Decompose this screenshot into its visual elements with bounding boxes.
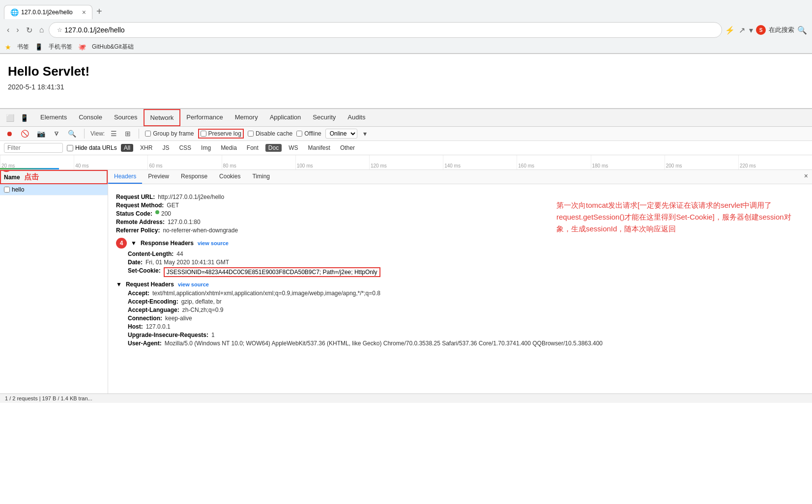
detail-tab-timing[interactable]: Timing: [246, 170, 276, 184]
active-tab[interactable]: 🌐 127.0.0.1/j2ee/hello ×: [4, 5, 92, 19]
tab-security[interactable]: Security: [307, 109, 342, 126]
record-button[interactable]: ⏺: [4, 129, 15, 139]
throttle-select[interactable]: Online: [325, 129, 357, 139]
offline-checkbox[interactable]: [296, 131, 302, 137]
detail-tab-cookies[interactable]: Cookies: [213, 170, 246, 184]
filter-xhr-button[interactable]: XHR: [137, 144, 155, 152]
filter-img-button[interactable]: Img: [198, 144, 214, 152]
hello-checkbox[interactable]: [4, 187, 10, 193]
annotation-3: 3: [1, 170, 12, 172]
filter-manifest-button[interactable]: Manifest: [305, 144, 333, 152]
filter-input[interactable]: [4, 143, 63, 153]
tick-120ms: 120 ms: [369, 155, 443, 169]
tab-title: 127.0.0.1/j2ee/hello: [21, 9, 79, 16]
view-label: View:: [90, 130, 105, 137]
share-icon[interactable]: ↗: [739, 26, 745, 35]
lightning-icon[interactable]: ⚡: [725, 26, 735, 35]
devtools-tabs: Elements Console Sources Network Perform…: [34, 109, 371, 126]
bookmarks-bar: ★ 书签 📱 手机书签 🐙 GitHub&Git基础: [0, 41, 812, 54]
search-placeholder: 在此搜索: [769, 26, 794, 34]
date-header-row: Date: Fri, 01 May 2020 10:41:31 GMT: [128, 259, 804, 266]
tab-bar: 🌐 127.0.0.1/j2ee/hello × +: [0, 0, 812, 19]
tick-80ms: 80 ms: [222, 155, 295, 169]
set-cookie-id: JSESSIONID=4823A44DC0C9E851E9003F8CDA50B…: [167, 269, 321, 276]
view-waterfall-button[interactable]: ⊞: [123, 129, 133, 139]
home-button[interactable]: ⌂: [37, 24, 46, 36]
filter-ws-button[interactable]: WS: [286, 144, 301, 152]
throttle-dropdown[interactable]: ▾: [361, 129, 369, 139]
inspect-element-button[interactable]: ⬜: [4, 113, 16, 123]
remote-address-value: 127.0.0.1:80: [168, 219, 201, 225]
filter-button[interactable]: ⛛: [51, 129, 62, 139]
search-area[interactable]: S 在此搜索: [756, 25, 794, 35]
preserve-log-checkbox[interactable]: [201, 131, 206, 137]
response-headers-label: Response Headers: [141, 240, 194, 247]
filter-js-button[interactable]: JS: [159, 144, 172, 152]
tab-performance[interactable]: Performance: [180, 109, 229, 126]
response-headers-toggle[interactable]: ▼: [131, 240, 137, 247]
request-headers-toggle[interactable]: ▼: [116, 281, 122, 288]
filter-doc-button[interactable]: Doc: [265, 144, 282, 152]
detail-tab-headers[interactable]: Headers: [108, 170, 142, 184]
detail-tab-preview[interactable]: Preview: [142, 170, 175, 184]
back-button[interactable]: ‹: [5, 24, 11, 36]
detail-panel: × Headers Preview Response Cookies Timin…: [108, 170, 812, 393]
filter-all-button[interactable]: All: [121, 144, 133, 152]
filter-other-button[interactable]: Other: [337, 144, 358, 152]
detail-tab-response[interactable]: Response: [175, 170, 213, 184]
search-button[interactable]: 🔍: [66, 129, 78, 139]
bookmarks-label: 书签: [17, 43, 29, 51]
connection-value: keep-alive: [165, 315, 192, 322]
hide-data-urls-checkbox[interactable]: [67, 145, 73, 151]
forward-button[interactable]: ›: [14, 24, 21, 36]
accept-language-key: Accept-Language:: [128, 307, 179, 313]
search-icon[interactable]: 🔍: [797, 26, 807, 35]
tick-60ms: 60 ms: [147, 155, 221, 169]
tab-console[interactable]: Console: [73, 109, 108, 126]
tab-audits[interactable]: Audits: [342, 109, 371, 126]
tick-180ms: 180 ms: [591, 155, 665, 169]
refresh-button[interactable]: ↻: [24, 24, 34, 37]
tab-sources[interactable]: Sources: [108, 109, 144, 126]
accept-row: Accept: text/html,application/xhtml+xml,…: [128, 290, 804, 297]
offline-text: Offline: [304, 130, 321, 137]
github-label: GitHub&Git基础: [92, 43, 134, 51]
response-view-source-link[interactable]: view source: [198, 240, 229, 246]
tab-network[interactable]: Network: [144, 109, 181, 126]
url-text: 127.0.0.1/j2ee/hello: [64, 26, 716, 34]
bookmark-star-button[interactable]: ☆: [55, 25, 64, 35]
click-annotation: 点击: [24, 172, 39, 182]
tab-application[interactable]: Application: [264, 109, 307, 126]
tick-220ms: 220 ms: [738, 155, 812, 169]
new-tab-button[interactable]: +: [92, 4, 106, 19]
request-url-key: Request URL:: [116, 194, 155, 200]
tick-20ms: 20 ms: [0, 155, 74, 169]
camera-button[interactable]: 📷: [35, 129, 47, 139]
tick-140ms: 140 ms: [443, 155, 517, 169]
detail-header: × Headers Preview Response Cookies Timin…: [108, 170, 812, 184]
tab-elements[interactable]: Elements: [34, 109, 73, 126]
preserve-log-text: Preserve log: [208, 130, 241, 137]
detail-tabs: × Headers Preview Response Cookies Timin…: [108, 170, 812, 184]
tick-160ms: 160 ms: [517, 155, 590, 169]
close-detail-button[interactable]: ×: [804, 172, 808, 180]
view-list-button[interactable]: ☰: [109, 129, 119, 139]
filter-media-button[interactable]: Media: [218, 144, 240, 152]
detail-content: Request URL: http://127.0.0.1/j2ee/hello…: [108, 190, 812, 355]
filter-css-button[interactable]: CSS: [176, 144, 194, 152]
clear-button[interactable]: 🚫: [19, 129, 31, 139]
tick-200ms: 200 ms: [665, 155, 738, 169]
network-toolbar: ⏺ 🚫 📷 ⛛ 🔍 View: ☰ ⊞ Group by frame Prese…: [0, 127, 812, 141]
group-by-frame-checkbox[interactable]: [145, 131, 151, 137]
hide-data-urls-text: Hide data URLs: [75, 144, 117, 151]
name-item-hello[interactable]: hello: [0, 184, 108, 196]
upgrade-insecure-key: Upgrade-Insecure-Requests:: [128, 332, 208, 338]
dropdown-icon[interactable]: ▾: [749, 26, 753, 35]
address-bar[interactable]: ☆ 127.0.0.1/j2ee/hello: [49, 22, 722, 38]
tab-memory[interactable]: Memory: [229, 109, 264, 126]
request-view-source-link[interactable]: view source: [178, 281, 209, 287]
tab-close-button[interactable]: ×: [82, 8, 86, 16]
device-toolbar-button[interactable]: 📱: [18, 113, 30, 123]
filter-font-button[interactable]: Font: [244, 144, 261, 152]
disable-cache-checkbox[interactable]: [248, 131, 254, 137]
